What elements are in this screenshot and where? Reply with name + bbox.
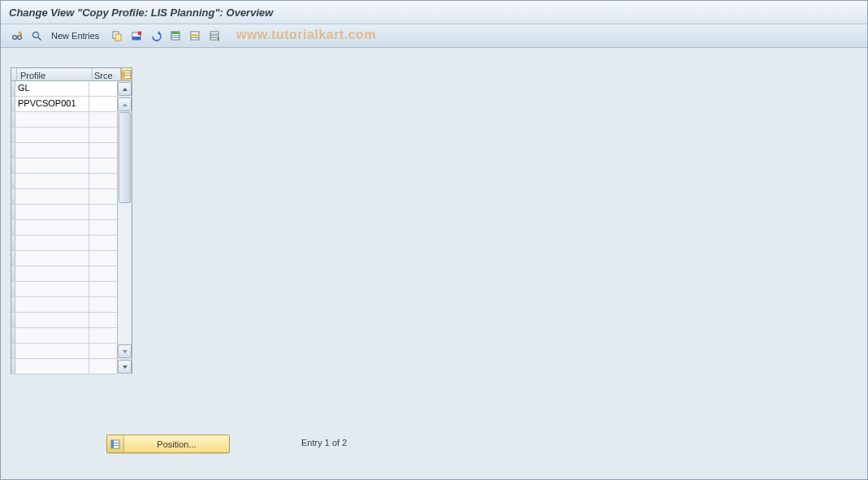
- cell-srce[interactable]: [89, 174, 117, 188]
- table-body: GLPPVCSOP001: [11, 81, 132, 374]
- titlebar: Change View "Copy Profile: LIS Planning"…: [1, 1, 867, 24]
- cell-profile[interactable]: [15, 143, 89, 158]
- cell-profile[interactable]: [15, 266, 89, 281]
- table-row: [11, 266, 117, 282]
- cell-profile[interactable]: [15, 174, 89, 188]
- new-entries-label: New Entries: [51, 31, 99, 41]
- scroll-track[interactable]: [119, 112, 131, 344]
- select-block-icon: [189, 30, 201, 41]
- page-title: Change View "Copy Profile: LIS Planning"…: [9, 6, 273, 19]
- deselect-all-icon: [209, 30, 220, 41]
- cell-srce[interactable]: [89, 251, 117, 266]
- scroll-line-down-button[interactable]: [118, 344, 132, 358]
- chevron-up-icon: [122, 86, 128, 93]
- table-row: [11, 158, 117, 174]
- delete-button[interactable]: [128, 28, 145, 44]
- svg-rect-26: [123, 71, 125, 79]
- position-button-label: Position...: [124, 439, 229, 449]
- table-row: [11, 328, 117, 344]
- table-row: [11, 189, 117, 205]
- cell-srce[interactable]: [89, 344, 117, 358]
- new-entries-button[interactable]: New Entries: [48, 28, 102, 44]
- triangle-up-small-icon: [122, 102, 128, 108]
- cell-srce[interactable]: [89, 297, 117, 312]
- table-settings-icon: [122, 70, 132, 80]
- configure-columns-button[interactable]: [121, 68, 132, 80]
- cell-srce[interactable]: [89, 328, 117, 343]
- find-button[interactable]: [28, 28, 45, 44]
- cell-profile[interactable]: [15, 313, 89, 327]
- cell-profile[interactable]: [15, 297, 89, 312]
- table-row: [11, 174, 117, 189]
- scroll-line-up-button[interactable]: [118, 97, 132, 111]
- cell-srce[interactable]: [89, 158, 117, 173]
- cell-srce[interactable]: [89, 112, 117, 127]
- svg-point-0: [13, 36, 17, 40]
- toggle-display-change-button[interactable]: [9, 28, 25, 44]
- cell-srce[interactable]: [89, 97, 117, 111]
- select-block-button[interactable]: [187, 28, 203, 44]
- search-icon: [31, 30, 42, 41]
- table-row: [11, 143, 117, 158]
- position-button[interactable]: Position...: [106, 435, 230, 453]
- rows-container: GLPPVCSOP001: [11, 81, 117, 374]
- glasses-pencil-icon: [11, 30, 23, 41]
- column-header-srce[interactable]: Srce: [93, 68, 121, 80]
- cell-profile[interactable]: [15, 112, 89, 127]
- cell-srce[interactable]: [89, 266, 117, 281]
- cell-profile[interactable]: [15, 205, 89, 219]
- svg-point-1: [18, 36, 22, 40]
- undo-icon: [150, 30, 162, 41]
- cell-srce[interactable]: [89, 189, 117, 204]
- cell-profile[interactable]: PPVCSOP001: [15, 97, 89, 111]
- copy-as-button[interactable]: [109, 28, 125, 44]
- table-row: GL: [11, 81, 117, 97]
- scroll-down-button[interactable]: [118, 360, 132, 374]
- cell-profile[interactable]: [15, 344, 89, 358]
- column-header-profile[interactable]: Profile: [17, 68, 93, 80]
- svg-marker-31: [123, 350, 127, 353]
- profile-table: Profile Srce GLPPVCSOP001: [11, 67, 132, 374]
- cell-srce[interactable]: [89, 81, 117, 96]
- table-row: [11, 251, 117, 266]
- header-select-all-cell[interactable]: [11, 68, 17, 80]
- svg-marker-29: [123, 88, 127, 91]
- cell-srce[interactable]: [89, 220, 117, 235]
- cell-profile[interactable]: [15, 282, 89, 296]
- cell-srce[interactable]: [89, 359, 117, 374]
- locate-icon: [110, 439, 121, 450]
- cell-srce[interactable]: [89, 236, 117, 250]
- cell-profile[interactable]: [15, 328, 89, 343]
- cell-srce[interactable]: [89, 128, 117, 142]
- cell-profile[interactable]: GL: [15, 81, 89, 96]
- cell-srce[interactable]: [89, 313, 117, 327]
- cell-srce[interactable]: [89, 143, 117, 158]
- vertical-scrollbar[interactable]: [117, 81, 132, 374]
- table-row: [11, 220, 117, 236]
- copy-icon: [111, 30, 123, 41]
- cell-profile[interactable]: [15, 236, 89, 250]
- svg-marker-30: [123, 103, 127, 106]
- scroll-thumb[interactable]: [119, 112, 131, 203]
- cell-srce[interactable]: [89, 282, 117, 296]
- cell-profile[interactable]: [15, 359, 89, 374]
- cell-profile[interactable]: [15, 189, 89, 204]
- svg-point-4: [33, 32, 39, 38]
- cell-profile[interactable]: [15, 158, 89, 173]
- table-row: [11, 128, 117, 143]
- svg-marker-32: [123, 365, 127, 369]
- cell-profile[interactable]: [15, 128, 89, 142]
- cell-profile[interactable]: [15, 220, 89, 235]
- undo-button[interactable]: [148, 28, 164, 44]
- table-row: [11, 205, 117, 220]
- table-row: [11, 359, 117, 374]
- select-all-button[interactable]: [167, 28, 184, 44]
- cell-profile[interactable]: [15, 251, 89, 266]
- table-row: [11, 282, 117, 297]
- table-row: [11, 297, 117, 313]
- deselect-all-button[interactable]: [206, 28, 222, 44]
- svg-line-3: [19, 32, 22, 35]
- table-row: [11, 313, 117, 328]
- scroll-up-button[interactable]: [118, 82, 132, 96]
- cell-srce[interactable]: [89, 205, 117, 219]
